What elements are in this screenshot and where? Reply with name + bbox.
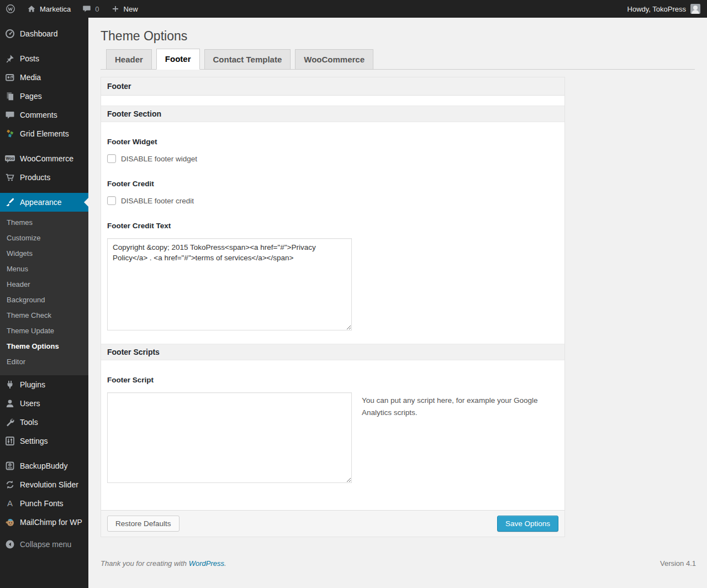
comment-bubble-icon: [82, 4, 92, 14]
howdy-account-menu[interactable]: Howdy, TokoPress: [627, 5, 686, 13]
pages-icon: [4, 91, 15, 102]
footer-scripts-body: Footer Script You can put any script her…: [101, 360, 564, 510]
submenu-item-themes[interactable]: Themes: [0, 215, 88, 230]
letter-a-icon: A: [4, 498, 15, 509]
backup-disk-icon: [4, 460, 15, 471]
footer-script-label: Footer Script: [107, 376, 558, 384]
wordpress-logo-menu[interactable]: [0, 0, 21, 18]
appearance-brush-icon: [4, 197, 15, 208]
sidebar-separator: [0, 450, 88, 456]
sidebar-item-posts[interactable]: Posts: [0, 49, 88, 68]
save-options-button[interactable]: Save Options: [497, 516, 558, 532]
submenu-item-menus[interactable]: Menus: [0, 261, 88, 277]
disable-footer-credit-checkbox[interactable]: [107, 196, 116, 205]
footer-script-textarea[interactable]: [107, 392, 352, 483]
disable-footer-widget-checkbox[interactable]: [107, 154, 116, 163]
new-menu[interactable]: New: [105, 0, 144, 18]
cart-icon: [4, 172, 15, 183]
comments-icon: [4, 109, 15, 120]
media-icon: [4, 72, 15, 83]
submenu-item-theme-check[interactable]: Theme Check: [0, 308, 88, 323]
user-avatar[interactable]: [690, 4, 700, 14]
site-name: Marketica: [40, 5, 71, 13]
sidebar-item-collapse-menu[interactable]: Collapse menu: [0, 535, 88, 554]
wordpress-logo-icon: [6, 4, 15, 14]
wrench-icon: [4, 417, 15, 428]
pushpin-icon: [4, 53, 15, 64]
comments-menu[interactable]: 0: [76, 0, 104, 18]
footer-section-body: Footer Widget DISABLE footer widget Foot…: [101, 122, 564, 344]
sidebar-item-pages[interactable]: Pages: [0, 87, 88, 106]
sidebar-item-grid-elements[interactable]: Grid Elements: [0, 124, 88, 143]
sidebar-item-products[interactable]: Products: [0, 168, 88, 187]
wordpress-link[interactable]: WordPress: [189, 559, 224, 568]
thanks-text: Thank you for creating with WordPress.: [101, 559, 226, 568]
footer-section-bar: Footer Section: [101, 106, 564, 122]
sidebar-item-dashboard[interactable]: Dashboard: [0, 24, 88, 43]
new-label: New: [124, 5, 138, 13]
sidebar-separator: [0, 143, 88, 149]
admin-bar: Marketica 0 New Howdy, TokoPress: [0, 0, 707, 18]
mailchimp-monkey-icon: [4, 517, 15, 528]
user-icon: [4, 398, 15, 409]
footer-credit-text-textarea[interactable]: Copyright &copy; 2015 TokoPress<span><a …: [107, 238, 352, 330]
page-title: Theme Options: [101, 25, 695, 49]
site-name-menu[interactable]: Marketica: [21, 0, 76, 18]
submenu-item-theme-update[interactable]: Theme Update: [0, 323, 88, 339]
submenu-item-editor[interactable]: Editor: [0, 354, 88, 370]
tab-footer[interactable]: Footer: [156, 49, 200, 70]
svg-text:Woo: Woo: [6, 156, 14, 160]
woocommerce-icon: Woo: [4, 153, 15, 164]
main-content: Theme Options Header Footer Contact Temp…: [88, 18, 707, 588]
panel-header: Footer: [101, 77, 564, 96]
sidebar-item-revolution-slider[interactable]: Revolution Slider: [0, 475, 88, 494]
theme-options-panel: Footer Footer Section Footer Widget DISA…: [101, 77, 565, 537]
footer-credit-label: Footer Credit: [107, 180, 558, 188]
rotate-arrows-icon: [4, 479, 15, 490]
sidebar-item-comments[interactable]: Comments: [0, 106, 88, 124]
comments-count: 0: [95, 5, 99, 13]
disable-footer-widget-label[interactable]: DISABLE footer widget: [121, 155, 197, 163]
sidebar-item-appearance[interactable]: Appearance: [0, 193, 88, 212]
footer-scripts-bar: Footer Scripts: [101, 344, 564, 360]
plus-icon: [110, 4, 120, 14]
sidebar-item-settings[interactable]: Settings: [0, 432, 88, 450]
admin-sidebar: Dashboard Posts Media Pages Comments Gri…: [0, 18, 88, 588]
sliders-icon: [4, 435, 15, 447]
tab-header[interactable]: Header: [106, 49, 152, 69]
sidebar-item-mailchimp[interactable]: MailChimp for WP: [0, 513, 88, 532]
panel-spacer: [101, 96, 564, 106]
footer-widget-label: Footer Widget: [107, 138, 558, 146]
sidebar-item-media[interactable]: Media: [0, 68, 88, 87]
disable-footer-credit-label[interactable]: DISABLE footer credit: [121, 197, 194, 205]
sidebar-separator: [0, 187, 88, 193]
sidebar-item-woocommerce[interactable]: Woo WooCommerce: [0, 149, 88, 168]
home-icon: [27, 4, 36, 14]
sidebar-separator: [0, 43, 88, 49]
restore-defaults-button[interactable]: Restore Defaults: [107, 516, 180, 532]
footer-credit-text-label: Footer Credit Text: [107, 222, 558, 230]
submenu-item-header[interactable]: Header: [0, 277, 88, 292]
sidebar-item-users[interactable]: Users: [0, 394, 88, 413]
tab-woocommerce[interactable]: WooCommerce: [295, 49, 373, 69]
sidebar-item-tools[interactable]: Tools: [0, 413, 88, 432]
appearance-submenu: Themes Customize Widgets Menus Header Ba…: [0, 212, 88, 375]
plugin-icon: [4, 379, 15, 390]
sidebar-item-backupbuddy[interactable]: BackupBuddy: [0, 456, 88, 475]
sidebar-item-punch-fonts[interactable]: A Punch Fonts: [0, 494, 88, 513]
submenu-item-background[interactable]: Background: [0, 292, 88, 308]
footer-script-help-text: You can put any script here, for example…: [362, 395, 539, 419]
sidebar-item-plugins[interactable]: Plugins: [0, 375, 88, 394]
svg-text:A: A: [7, 498, 13, 508]
footer-script-row: You can put any script here, for example…: [107, 392, 558, 510]
nav-tabs: Header Footer Contact Template WooCommer…: [101, 49, 695, 70]
grid-elements-icon: [4, 128, 15, 139]
submenu-item-widgets[interactable]: Widgets: [0, 246, 88, 261]
page-footer: Thank you for creating with WordPress. V…: [101, 559, 696, 576]
footer-widget-check-row: DISABLE footer widget: [107, 154, 558, 163]
dashboard-icon: [4, 28, 15, 39]
footer-credit-check-row: DISABLE footer credit: [107, 196, 558, 205]
tab-contact-template[interactable]: Contact Template: [204, 49, 291, 69]
submenu-item-customize[interactable]: Customize: [0, 230, 88, 246]
submenu-item-theme-options[interactable]: Theme Options: [0, 339, 88, 354]
